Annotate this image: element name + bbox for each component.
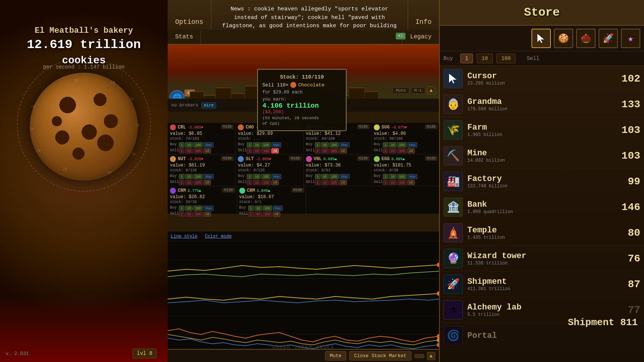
sell-all-egg[interactable]: All <box>407 180 415 185</box>
hide-btn-crl[interactable]: Hide <box>221 124 234 129</box>
buy-max-str[interactable]: Max <box>340 142 350 147</box>
buy-100-sug[interactable]: 100 <box>397 142 407 147</box>
sell-all-nut[interactable]: All <box>203 180 211 185</box>
sell-100-cho[interactable]: 100 <box>261 148 271 153</box>
mute-bottom-btn[interactable]: Mute <box>325 351 346 361</box>
buy-10-vnl[interactable]: 10 <box>321 174 329 179</box>
expand-button[interactable]: ▲ <box>427 86 435 95</box>
hide-btn-vnl[interactable]: Hide <box>357 156 370 161</box>
sell-10-crm1[interactable]: 10 <box>185 212 193 217</box>
store-item-grandma[interactable]: 👵 Grandma 178.598 million 133 <box>440 92 644 117</box>
buy-max-crl[interactable]: Max <box>203 142 214 147</box>
store-item-factory[interactable]: 🏭 Factory 132.748 billion 99 <box>440 169 644 194</box>
buy-max-crm1[interactable]: Max <box>203 206 214 211</box>
cursor-icon-cookie2[interactable]: 🌰 <box>576 29 596 48</box>
buy-max-slt[interactable]: Max <box>271 174 281 179</box>
buy-1-crl[interactable]: 1 <box>179 142 184 147</box>
buy-100-slt[interactable]: 100 <box>261 174 271 179</box>
buy-100-vnl[interactable]: 100 <box>329 174 339 179</box>
buy-10-crm2[interactable]: 10 <box>255 206 262 211</box>
buy-10-str[interactable]: 10 <box>321 142 329 147</box>
sell-1-nut[interactable]: 1 <box>179 180 184 185</box>
sell-10-egg[interactable]: 10 <box>389 180 397 185</box>
sell-10-str[interactable]: 10 <box>321 148 329 153</box>
buy-max-vnl[interactable]: Max <box>340 174 350 179</box>
buy-1-crm1[interactable]: 1 <box>179 206 184 211</box>
buy-100-nut[interactable]: 100 <box>193 174 203 179</box>
sell-all-str[interactable]: All <box>340 148 347 153</box>
hide-btn-egg[interactable]: Hide <box>425 156 438 161</box>
sell-100-slt[interactable]: 100 <box>261 180 271 185</box>
buy-max-sug[interactable]: Max <box>407 142 417 147</box>
store-item-cursor[interactable]: Cursor 23.295 million 102 <box>440 66 644 92</box>
m5-button[interactable] <box>414 354 424 358</box>
buy-1-crm2[interactable]: 1 <box>248 206 254 211</box>
buy-10-cho[interactable]: 10 <box>253 142 261 147</box>
store-item-shipment[interactable]: 🚀 Shipment 411.381 trillion 87 <box>440 272 644 297</box>
cursor-icon-cookie[interactable]: 🍪 <box>554 29 573 48</box>
buy-1-cho[interactable]: 1 <box>247 142 252 147</box>
buy-max-egg[interactable]: Max <box>407 174 417 179</box>
hide-btn-sug[interactable]: Hide <box>425 124 438 129</box>
sell-all-sug[interactable]: All <box>407 148 415 153</box>
buy-10-btn[interactable]: 10 <box>477 54 493 63</box>
hire-button[interactable]: Hire <box>201 102 216 108</box>
store-item-wizard-tower[interactable]: 🔮 Wizard tower 11.538 trillion 76 <box>440 246 644 272</box>
stats-button[interactable]: Stats <box>168 31 201 43</box>
sell-10-crl[interactable]: 10 <box>185 148 193 153</box>
mute-button-viewport[interactable]: Mute <box>392 87 409 94</box>
sell-100-nut[interactable]: 100 <box>193 180 203 185</box>
buy-max-cho[interactable]: Max <box>271 142 281 147</box>
buy-1-sug[interactable]: 1 <box>383 142 388 147</box>
sell-100-sug[interactable]: 100 <box>397 148 407 153</box>
buy-1-str[interactable]: 1 <box>315 142 321 147</box>
buy-10-slt[interactable]: 10 <box>253 174 261 179</box>
sell-10-sug[interactable]: 10 <box>389 148 397 153</box>
sell-100-egg[interactable]: 100 <box>397 180 407 185</box>
sell-all-crm1[interactable]: All <box>203 212 211 217</box>
buy-10-crl[interactable]: 10 <box>185 142 193 147</box>
sell-1-egg[interactable]: 1 <box>383 180 388 185</box>
cursor-icon-rocket[interactable]: 🚀 <box>599 29 618 48</box>
cursor-icon-special[interactable]: ★ <box>621 29 640 48</box>
sell-1-slt[interactable]: 1 <box>247 180 252 185</box>
buy-1-btn[interactable]: 1 <box>460 54 473 63</box>
legacy-button[interactable]: Legacy <box>402 31 439 43</box>
buy-100-egg[interactable]: 100 <box>397 174 407 179</box>
buy-100-crl[interactable]: 100 <box>193 142 203 147</box>
buy-10-nut[interactable]: 10 <box>185 174 193 179</box>
sell-100-str[interactable]: 100 <box>329 148 339 153</box>
sell-1-cho[interactable]: 1 <box>247 148 252 153</box>
hide-btn-slt[interactable]: Hide <box>289 156 302 161</box>
collapse-btn[interactable]: ▲ <box>427 352 435 360</box>
buy-100-cho[interactable]: 100 <box>261 142 271 147</box>
sell-10-vnl[interactable]: 10 <box>321 180 329 185</box>
store-item-temple[interactable]: 🛕 Temple 1.435 trillion 80 <box>440 220 644 246</box>
buy-100-crm1[interactable]: 100 <box>193 206 203 211</box>
sell-10-cho[interactable]: 10 <box>253 148 261 153</box>
sell-all-crm2[interactable]: All <box>273 212 280 217</box>
buy-10-crm1[interactable]: 10 <box>185 206 193 211</box>
sell-all-vnl[interactable]: All <box>340 180 347 185</box>
sell-all-slt[interactable]: All <box>271 180 279 185</box>
sell-all-cho[interactable]: All <box>271 148 279 153</box>
cursor-icon-arrow[interactable] <box>531 29 551 48</box>
sell-10-nut[interactable]: 10 <box>185 180 193 185</box>
buy-1-slt[interactable]: 1 <box>247 174 252 179</box>
sell-1-vnl[interactable]: 1 <box>315 180 321 185</box>
hide-btn-str[interactable]: Hide <box>357 124 370 129</box>
buy-1-nut[interactable]: 1 <box>179 174 184 179</box>
hide-btn-nut[interactable]: Hide <box>221 156 234 161</box>
sell-100-crl[interactable]: 100 <box>193 148 203 153</box>
big-cookie[interactable]: ☞ ☞ ☞ ☞ ☞ ☞ ☞ ☞ ☞ ☞ <box>30 73 138 181</box>
buy-1-egg[interactable]: 1 <box>383 174 388 179</box>
sell-10-slt[interactable]: 10 <box>253 180 261 185</box>
buy-10-sug[interactable]: 10 <box>389 142 397 147</box>
store-item-mine[interactable]: ⛏️ Mine 14.092 billion 103 <box>440 143 644 169</box>
sell-1-crl[interactable]: 1 <box>179 148 184 153</box>
sell-1-crm1[interactable]: 1 <box>179 212 184 217</box>
sell-all-crl[interactable]: All <box>203 148 211 153</box>
sell-100-vnl[interactable]: 100 <box>329 180 339 185</box>
hide-btn-crm1[interactable]: Hide <box>222 188 235 193</box>
buy-100-btn[interactable]: 100 <box>496 54 515 63</box>
